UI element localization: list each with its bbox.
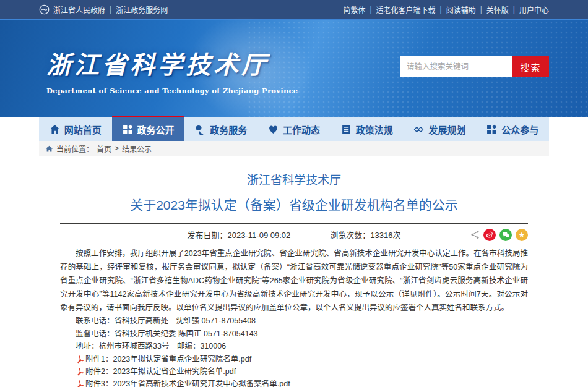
attachment-link-1[interactable]: 附件1：2023年拟认定省重点企业研究院名单.pdf xyxy=(60,353,528,365)
breadcrumb-home-link[interactable]: 首页 xyxy=(97,143,111,154)
divider xyxy=(480,5,482,14)
nav-label: 政务公开 xyxy=(137,123,175,136)
pdf-icon xyxy=(76,355,84,364)
attachment-link-3[interactable]: 附件3：2023年省高新技术企业研究开发中心拟备案名单.pdf xyxy=(60,378,528,387)
article-meta: 发布日期：2023-11-09 09:02 浏览次数：13316次 xyxy=(60,224,528,245)
breadcrumb-separator: > xyxy=(115,144,119,153)
site-logo: 浙江省科学技术厅 Department of Science and Techn… xyxy=(46,45,298,95)
home-icon xyxy=(50,124,60,135)
publish-date-value: 2023-11-09 09:02 xyxy=(228,231,291,240)
nav-label: 政策法规 xyxy=(356,123,393,136)
view-count: 浏览次数：13316次 xyxy=(330,229,400,240)
handshake-icon xyxy=(413,124,424,135)
nav-label: 发展规划 xyxy=(428,123,465,136)
share-nodes-icon[interactable] xyxy=(470,230,480,239)
address-line: 地址：杭州市环城西路33号 邮编：310006 xyxy=(60,340,528,353)
attachment-text: 附件1：2023年拟认定省重点企业研究院名单.pdf xyxy=(85,353,251,365)
article: 浙江省科学技术厅 关于2023年拟认定（备案）省级企业研发机构名单的公示 发布日… xyxy=(39,171,549,387)
nav-label: 政务服务 xyxy=(210,123,247,136)
utility-bar-right: 简繁体 适老化客户端下载 阅读辅助 关怀版 用户中心 xyxy=(343,4,549,15)
utility-bar-left: 浙江省人民政府 浙江政务服务网 xyxy=(39,4,168,15)
view-count-label: 浏览次数： xyxy=(330,231,370,240)
attachment-link-2[interactable]: 附件2：2023年拟认定省企业研究院名单.pdf xyxy=(60,365,528,378)
gov-portal-link[interactable]: 浙江省人民政府 xyxy=(53,4,105,15)
wechat-icon[interactable] xyxy=(499,229,512,241)
nav-item-work-news[interactable]: 工作动态 xyxy=(257,117,331,141)
nav-label: 公众参与 xyxy=(501,123,538,136)
attachment-text: 附件3：2023年省高新技术企业研究开发中心拟备案名单.pdf xyxy=(85,378,290,387)
reading-assist-link[interactable]: 阅读辅助 xyxy=(446,4,476,15)
publish-date: 发布日期：2023-11-09 09:02 xyxy=(188,229,291,240)
site-title-english: Department of Science and Technology of … xyxy=(46,87,298,95)
search-input[interactable] xyxy=(400,56,512,77)
service-portal-link[interactable]: 浙江政务服务网 xyxy=(116,4,168,15)
nav-item-gov-service[interactable]: 政务服务 xyxy=(184,117,257,141)
government-emblem-icon xyxy=(39,4,50,15)
nav-item-development-plan[interactable]: 发展规划 xyxy=(404,117,477,141)
breadcrumb: 当前位置： 首页 > 结果公示 xyxy=(39,141,549,156)
breadcrumb-location-label: 当前位置： xyxy=(56,143,93,154)
site-title-chinese: 浙江省科学技术厅 xyxy=(46,45,298,81)
divider xyxy=(440,5,442,14)
nav-item-gov-open[interactable]: 政务公开 xyxy=(112,117,185,141)
publish-date-label: 发布日期： xyxy=(188,231,228,240)
search-button[interactable]: 搜索 xyxy=(512,56,549,77)
pdf-icon xyxy=(76,367,84,376)
article-paragraph: 按照工作安排，我厅组织开展了2023年省重点企业研究院、省企业研究院、省高新技术… xyxy=(60,247,528,315)
user-center-link[interactable]: 用户中心 xyxy=(519,4,549,15)
heart-icon xyxy=(268,124,279,135)
utility-bar: 浙江省人民政府 浙江政务服务网 简繁体 适老化客户端下载 阅读辅助 关怀版 用户… xyxy=(0,0,588,19)
chat-bubbles-icon xyxy=(195,124,205,135)
article-title-main: 关于2023年拟认定（备案）省级企业研发机构名单的公示 xyxy=(60,195,528,213)
contact-phone: 联系电话：省科技厅高新处 沈维强 0571-87055408 xyxy=(60,315,528,328)
document-icon xyxy=(341,124,352,135)
share-toolbar: ★ xyxy=(470,224,528,245)
nav-item-home[interactable]: 网站首页 xyxy=(39,117,112,141)
nav-item-public-participation[interactable]: 公众参与 xyxy=(476,117,549,141)
nav-label: 工作动态 xyxy=(283,123,320,136)
care-version-link[interactable]: 关怀版 xyxy=(486,4,509,15)
nav-item-policy[interactable]: 政策法规 xyxy=(331,117,404,141)
divider xyxy=(370,5,371,14)
simplified-traditional-link[interactable]: 简繁体 xyxy=(343,4,365,15)
article-title-agency: 浙江省科学技术厅 xyxy=(60,171,528,187)
gov-open-icon xyxy=(123,124,133,135)
divider xyxy=(110,5,111,14)
qzone-icon[interactable]: ★ xyxy=(516,229,528,241)
weibo-icon[interactable] xyxy=(483,229,496,241)
divider xyxy=(513,5,515,14)
breadcrumb-current: 结果公示 xyxy=(122,143,152,154)
search-box: 搜索 xyxy=(400,56,549,77)
elder-client-download-link[interactable]: 适老化客户端下载 xyxy=(376,4,436,15)
attachment-text: 附件2：2023年拟认定省企业研究院名单.pdf xyxy=(85,365,236,378)
site-banner: 浙江省科学技术厅 Department of Science and Techn… xyxy=(0,19,588,117)
main-nav: 网站首页 政务公开 政务服务 工作动态 xyxy=(0,117,588,141)
nav-label: 网站首页 xyxy=(64,123,102,136)
supervision-phone: 监督电话：省科技厅机关纪委 陈国正 0571-87054143 xyxy=(60,328,528,341)
view-count-value: 13316次 xyxy=(370,231,400,240)
participate-icon xyxy=(486,124,497,135)
pdf-icon xyxy=(76,380,84,387)
breadcrumb-home-icon xyxy=(45,145,53,153)
